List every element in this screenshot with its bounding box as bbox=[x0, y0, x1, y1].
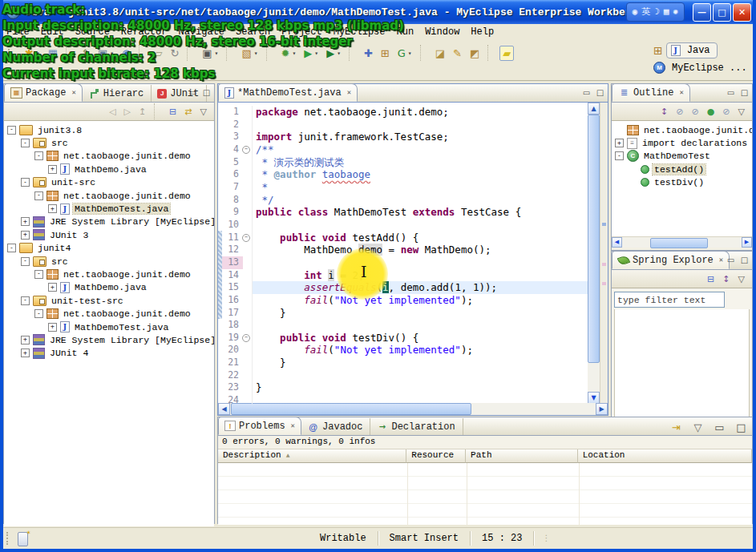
hide-local-types-icon[interactable]: ⊘ bbox=[719, 105, 733, 119]
tree-item[interactable]: -src bbox=[4, 136, 214, 149]
tree-item[interactable]: testAdd() bbox=[612, 163, 752, 175]
code-line[interactable]: 12 MathDemo demo = new MathDemo(); bbox=[218, 244, 588, 256]
collapse-all-icon[interactable]: ⊟ bbox=[704, 272, 718, 286]
tab-problems[interactable]: Problems✕ bbox=[218, 417, 301, 435]
code-line[interactable]: 6 * @author taobaoge bbox=[218, 168, 588, 181]
expander-icon[interactable]: + bbox=[21, 349, 30, 357]
link-editor-icon[interactable]: ⇄ bbox=[181, 105, 195, 119]
code-line[interactable]: 3import junit.framework.TestCase; bbox=[218, 131, 588, 143]
overview-ruler[interactable] bbox=[600, 103, 608, 404]
expander-icon[interactable]: - bbox=[21, 257, 30, 266]
column-header-path[interactable]: Path bbox=[466, 449, 578, 463]
scroll-thumb[interactable] bbox=[588, 115, 600, 363]
tree-item[interactable]: -net.taobaoge.junit.demo bbox=[4, 189, 214, 202]
tree-item[interactable]: +JRE System Library [MyEclipse] bbox=[4, 216, 214, 228]
code-line[interactable]: 10 bbox=[218, 219, 588, 232]
code-line[interactable]: 20 fail("Not yet implemented"); bbox=[218, 344, 588, 357]
search-button[interactable]: ✎ bbox=[450, 46, 465, 61]
code-line[interactable]: 2 bbox=[218, 119, 588, 131]
close-tab-icon[interactable]: ✕ bbox=[719, 256, 723, 264]
tree-item[interactable]: -src bbox=[4, 255, 214, 268]
menu-help[interactable]: Help bbox=[471, 26, 494, 38]
minimize-view-icon[interactable]: ▭ bbox=[726, 255, 736, 264]
expander-icon[interactable]: - bbox=[7, 126, 16, 135]
minimize-view-icon[interactable]: ▭ bbox=[188, 87, 198, 97]
hide-static-icon[interactable]: ⊘ bbox=[688, 105, 701, 119]
fold-collapse-icon[interactable]: − bbox=[242, 146, 250, 154]
ime-shape-icon[interactable]: ☽ bbox=[654, 8, 660, 17]
ime-lang-icon[interactable]: ◉ bbox=[633, 8, 638, 17]
expander-icon[interactable]: - bbox=[7, 244, 16, 252]
expander-icon[interactable]: - bbox=[615, 151, 624, 160]
scroll-left-icon[interactable]: ◀ bbox=[612, 237, 622, 248]
code-line[interactable]: 15 assertEquals(i, demo.add(1, 1)); bbox=[218, 281, 588, 294]
run-last-button-dropdown[interactable]: ▾ bbox=[337, 50, 341, 57]
close-tab-icon[interactable]: ✕ bbox=[347, 88, 351, 97]
expander-icon[interactable]: - bbox=[21, 178, 30, 187]
open-perspective-icon[interactable]: ⊞ bbox=[653, 45, 663, 56]
tab-package[interactable]: Package✕ bbox=[4, 83, 83, 102]
horizontal-scrollbar[interactable]: ◀ ▶ bbox=[218, 403, 608, 415]
tab--mathdemotest-java[interactable]: *MathDemoTest.java✕ bbox=[218, 83, 358, 102]
fold-margin[interactable]: − bbox=[241, 232, 253, 244]
tab-spring-explore[interactable]: Spring Explore✕ bbox=[612, 251, 730, 269]
vertical-scrollbar[interactable]: ▲ ▼ bbox=[588, 103, 600, 404]
minimize-icon[interactable]: ▭ bbox=[712, 421, 727, 433]
ime-english-icon[interactable]: 英 bbox=[641, 8, 650, 17]
perspective-myeclipse-button[interactable]: MyEclipse ... bbox=[653, 62, 750, 74]
tree-item[interactable]: +MathDemoTest.java bbox=[4, 320, 214, 333]
tree-item[interactable]: +MathDemo.java bbox=[4, 163, 214, 175]
view-menu-icon[interactable]: ▽ bbox=[690, 421, 705, 433]
expander-icon[interactable]: - bbox=[34, 270, 43, 279]
minimize-button[interactable]: — bbox=[693, 3, 711, 22]
filter-input[interactable] bbox=[614, 292, 725, 308]
mark-occurrences-toggle[interactable]: ▰ bbox=[499, 46, 514, 61]
view-menu-icon[interactable]: ▽ bbox=[735, 272, 748, 286]
tree-item[interactable]: -junit4 bbox=[4, 242, 214, 255]
tree-item[interactable]: +JUnit 4 bbox=[4, 347, 214, 360]
code-line[interactable]: 16 fail("Not yet implemented"); bbox=[218, 294, 588, 307]
expander-icon[interactable]: + bbox=[21, 336, 30, 344]
tree-item[interactable]: testDiv() bbox=[612, 176, 752, 189]
minimize-view-icon[interactable]: ▭ bbox=[581, 87, 592, 97]
fold-collapse-icon[interactable]: − bbox=[242, 234, 250, 242]
close-tab-icon[interactable]: ✕ bbox=[679, 88, 683, 97]
scroll-up-icon[interactable]: ▲ bbox=[588, 103, 600, 115]
code-line[interactable]: 22 bbox=[218, 369, 588, 382]
code-line[interactable]: 18 bbox=[218, 319, 588, 332]
fold-margin[interactable]: − bbox=[241, 332, 253, 344]
tree-item[interactable]: -junit3.8 bbox=[4, 123, 214, 136]
hide-nonpublic-icon[interactable]: ● bbox=[704, 105, 718, 119]
fold-margin[interactable]: − bbox=[241, 143, 253, 156]
maximize-button[interactable]: □ bbox=[713, 3, 731, 22]
code-area[interactable]: 1package net.taobaoge.junit.demo;23impor… bbox=[218, 103, 588, 404]
code-line[interactable]: 9public class MathDemoTest extends TestC… bbox=[218, 206, 588, 219]
code-line[interactable]: 4−/** bbox=[218, 143, 588, 156]
code-line[interactable]: 19− public void testDiv() { bbox=[218, 332, 588, 344]
tree-item[interactable]: -net.taobaoge.junit.demo bbox=[4, 268, 214, 280]
filter-icon[interactable]: ⇥ bbox=[669, 421, 684, 433]
maximize-view-icon[interactable]: □ bbox=[739, 87, 750, 97]
code-line[interactable]: 17 } bbox=[218, 307, 588, 320]
maximize-view-icon[interactable]: □ bbox=[739, 255, 750, 264]
column-header-location[interactable]: Location bbox=[578, 449, 752, 463]
up-icon[interactable]: ↥ bbox=[135, 105, 149, 119]
back-icon[interactable]: ◁ bbox=[106, 105, 119, 119]
view-menu-icon[interactable]: ▽ bbox=[735, 105, 748, 119]
problems-table-body[interactable] bbox=[218, 463, 752, 525]
code-line[interactable]: 1package net.taobaoge.junit.demo; bbox=[218, 106, 588, 119]
statusbar-grip[interactable] bbox=[6, 532, 11, 545]
tree-item[interactable]: +JUnit 3 bbox=[4, 228, 214, 241]
horizontal-scrollbar[interactable]: ◀ ▶ bbox=[612, 236, 752, 248]
sort-icon[interactable]: ↕ bbox=[657, 105, 671, 119]
expander-icon[interactable]: + bbox=[48, 165, 57, 174]
minimize-view-icon[interactable]: ▭ bbox=[726, 87, 736, 97]
new-file-button-dropdown[interactable]: ▾ bbox=[254, 50, 258, 57]
hide-fields-icon[interactable]: ⊘ bbox=[673, 105, 686, 119]
code-line[interactable]: 7 * bbox=[218, 181, 588, 194]
forward-icon[interactable]: ▷ bbox=[120, 105, 133, 119]
new-junit-test-button[interactable]: ✚ bbox=[361, 46, 376, 61]
scroll-thumb[interactable] bbox=[231, 403, 471, 415]
expander-icon[interactable]: + bbox=[21, 217, 30, 226]
scroll-left-icon[interactable]: ◀ bbox=[218, 403, 230, 415]
